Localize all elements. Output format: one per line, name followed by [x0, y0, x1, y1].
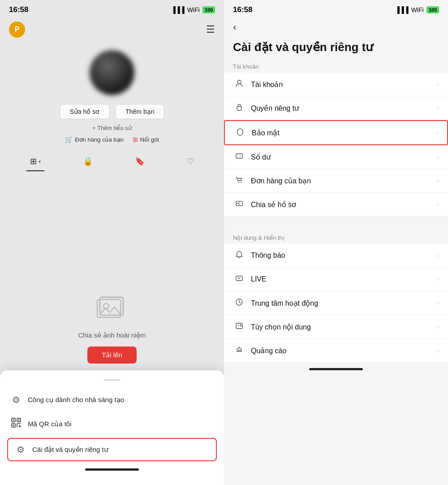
svg-rect-11: [19, 425, 21, 427]
content-options-icon: [233, 322, 246, 332]
time-right: 16:58: [233, 5, 252, 14]
svg-rect-6: [13, 420, 14, 421]
chevron-share: ›: [437, 201, 439, 208]
chevron-orders: ›: [437, 177, 439, 184]
settings-icon: ⚙: [15, 444, 26, 455]
profile-buttons: Sửa hồ sơ Thêm bạn: [60, 104, 165, 119]
heart-icon: ♡: [187, 156, 194, 166]
orders-link[interactable]: 🛒 Đơn hàng của bạn: [65, 136, 124, 143]
settings-item-ads[interactable]: Quảng cáo ›: [224, 339, 448, 363]
settings-item-account[interactable]: Tài khoản ›: [224, 73, 448, 96]
qr-label: Mã QR của tôi: [28, 420, 72, 428]
bookmark-icon: 🔖: [135, 156, 145, 166]
svg-rect-13: [237, 107, 241, 110]
tab-heart[interactable]: ♡: [183, 155, 198, 168]
chevron-security: ›: [436, 129, 438, 136]
account-label: Tài khoản: [251, 80, 437, 89]
svg-marker-19: [238, 277, 241, 279]
qr-icon: [11, 418, 22, 430]
heels-link[interactable]: ⊞ Nối gót: [133, 136, 159, 143]
sheet-indicator: [104, 379, 120, 381]
edit-profile-button[interactable]: Sửa hồ sơ: [60, 104, 110, 119]
svg-rect-7: [18, 420, 20, 421]
settings-item[interactable]: ⚙ Cài đặt và quyền riêng tư: [7, 438, 217, 461]
section-label-account: Tài khoản: [224, 58, 448, 73]
status-icons-left: ▐▐▐ WiFi 100: [171, 6, 215, 13]
menu-icon[interactable]: ☰: [206, 24, 215, 35]
activity-icon: [233, 298, 246, 308]
notification-icon: [233, 251, 246, 260]
battery-right: 100: [426, 6, 439, 13]
privacy-icon: [233, 103, 246, 113]
ads-icon: [233, 346, 246, 355]
svg-point-12: [237, 80, 241, 84]
right-panel: 16:58 ▐▐▐ WiFi 100 ‹ Cài đặt và quyền ri…: [224, 0, 448, 485]
activity-label: Trung tâm hoạt động: [251, 299, 437, 307]
right-top-bar: ‹: [224, 18, 448, 35]
orders-label: Đơn hàng của bạn: [75, 136, 124, 143]
wifi-icon: WiFi: [187, 6, 200, 13]
svg-rect-15: [236, 155, 242, 156]
share-icon: [233, 199, 246, 209]
settings-item-share-profile[interactable]: Chia sẻ hồ sơ ›: [224, 193, 448, 217]
heels-label: Nối gót: [140, 136, 159, 143]
bottom-sheet: ⚙ Công cụ dành cho nhà sáng tạo Mã QR củ…: [0, 370, 224, 485]
avatar[interactable]: P: [9, 22, 25, 38]
tab-bookmark[interactable]: 🔖: [131, 155, 148, 168]
cart-icon: 🛒: [65, 136, 73, 143]
profile-avatar: [90, 50, 134, 95]
orders-icon: [233, 176, 246, 186]
settings-label: Cài đặt và quyền riêng tư: [32, 446, 108, 454]
status-bar-right: 16:58 ▐▐▐ WiFi 100: [224, 0, 448, 18]
chevron-activity: ›: [437, 299, 439, 307]
settings-page-title: Cài đặt và quyền riêng tư: [224, 35, 448, 58]
signal-icon: ▐▐▐: [171, 6, 185, 13]
tab-grid[interactable]: ⊞ ▾: [26, 155, 44, 168]
settings-item-content-options[interactable]: Tùy chọn nội dung ›: [224, 315, 448, 339]
settings-item-privacy[interactable]: Quyền riêng tư ›: [224, 96, 448, 120]
battery-left: 100: [202, 6, 215, 13]
svg-point-17: [241, 182, 241, 182]
svg-rect-24: [238, 350, 240, 351]
photo-text: Chia sẻ ảnh hoài niệm: [78, 331, 146, 339]
status-icons-right: ▐▐▐ WiFi 100: [395, 6, 439, 13]
content-options-label: Tùy chọn nội dung: [251, 323, 437, 331]
time-left: 16:58: [9, 5, 28, 14]
lock-icon: 🔒: [83, 156, 93, 166]
svg-point-2: [103, 303, 109, 309]
home-indicator-right: [309, 368, 363, 370]
settings-item-security[interactable]: Bảo mật ›: [224, 120, 448, 145]
settings-item-live[interactable]: LIVE ›: [224, 268, 448, 291]
creator-tools-item[interactable]: ⚙ Công cụ dành cho nhà sáng tạo: [0, 388, 224, 411]
settings-item-balance[interactable]: Số dư ›: [224, 145, 448, 169]
live-icon: [233, 274, 246, 284]
top-bar-left: P ☰: [0, 18, 224, 41]
heels-icon: ⊞: [133, 136, 138, 143]
chevron-account: ›: [437, 81, 439, 88]
settings-item-notifications[interactable]: Thông báo ›: [224, 244, 448, 268]
profile-links: 🛒 Đơn hàng của bạn ⊞ Nối gót: [65, 136, 159, 143]
add-bio[interactable]: + Thêm tiểu sử: [92, 125, 132, 131]
settings-item-activity[interactable]: Trung tâm hoạt động ›: [224, 291, 448, 315]
tab-arrow: ▾: [39, 159, 41, 164]
security-label: Bảo mật: [252, 129, 436, 137]
svg-rect-8: [13, 425, 14, 426]
section-label-content: Nội dung & Hiển thị: [224, 229, 448, 244]
bottom-bar-left: [0, 463, 224, 478]
chevron-live: ›: [437, 276, 439, 283]
qr-code-item[interactable]: Mã QR của tôi: [0, 411, 224, 436]
balance-icon: [233, 152, 246, 162]
status-bar-left: 16:58 ▐▐▐ WiFi 100: [0, 0, 224, 18]
grid-icon: ⊞: [30, 156, 37, 166]
add-friend-button[interactable]: Thêm bạn: [115, 104, 164, 119]
signal-icon-right: ▐▐▐: [395, 6, 409, 13]
back-button[interactable]: ‹: [233, 22, 236, 33]
tab-lock[interactable]: 🔒: [79, 155, 96, 168]
settings-item-orders[interactable]: Đơn hàng của bạn ›: [224, 169, 448, 193]
profile-area: Sửa hồ sơ Thêm bạn + Thêm tiểu sử 🛒 Đơn …: [0, 41, 224, 150]
creator-tools-label: Công cụ dành cho nhà sáng tạo: [28, 396, 124, 404]
upload-button[interactable]: Tải lên: [87, 346, 137, 364]
home-indicator-left: [85, 468, 139, 471]
settings-list-content: Thông báo › LIVE › Trung tâm hoạt độ: [224, 244, 448, 363]
svg-point-16: [238, 182, 239, 182]
